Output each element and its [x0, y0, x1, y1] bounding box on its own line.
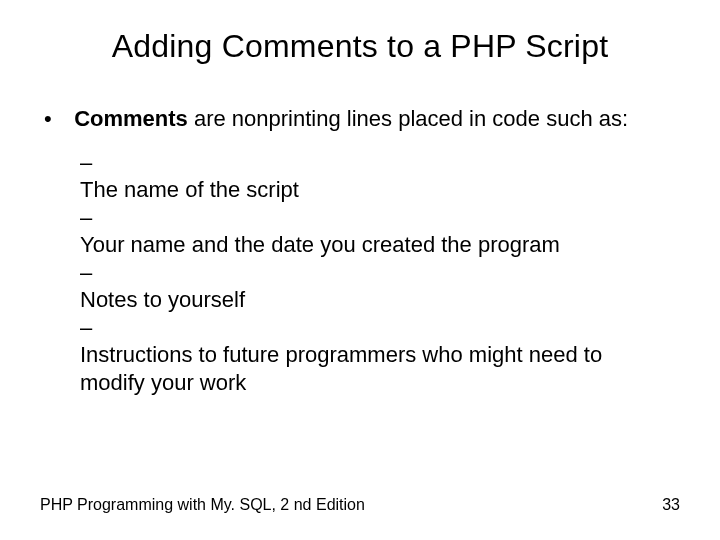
bullet-marker: •	[44, 105, 68, 133]
slide-content: • Comments are nonprinting lines placed …	[40, 105, 680, 396]
bullet-bold: Comments	[74, 106, 188, 131]
sub-text: Notes to yourself	[80, 286, 660, 314]
dash-icon: –	[80, 314, 100, 342]
sub-item: – Notes to yourself	[80, 259, 680, 314]
slide-footer: PHP Programming with My. SQL, 2 nd Editi…	[40, 496, 680, 514]
slide: Adding Comments to a PHP Script • Commen…	[0, 0, 720, 540]
bullet-main: • Comments are nonprinting lines placed …	[44, 105, 680, 133]
dash-icon: –	[80, 204, 100, 232]
sub-text: Instructions to future programmers who m…	[80, 341, 660, 396]
dash-icon: –	[80, 149, 100, 177]
sub-text: The name of the script	[80, 176, 660, 204]
page-number: 33	[662, 496, 680, 514]
sub-item: – Your name and the date you created the…	[80, 204, 680, 259]
sub-item: – Instructions to future programmers who…	[80, 314, 680, 397]
sub-item: – The name of the script	[80, 149, 680, 204]
dash-icon: –	[80, 259, 100, 287]
sub-bullets: – The name of the script – Your name and…	[80, 149, 680, 397]
bullet-rest: are nonprinting lines placed in code suc…	[188, 106, 628, 131]
footer-left: PHP Programming with My. SQL, 2 nd Editi…	[40, 496, 365, 514]
bullet-text: Comments are nonprinting lines placed in…	[74, 105, 674, 133]
slide-title: Adding Comments to a PHP Script	[40, 28, 680, 65]
sub-text: Your name and the date you created the p…	[80, 231, 660, 259]
